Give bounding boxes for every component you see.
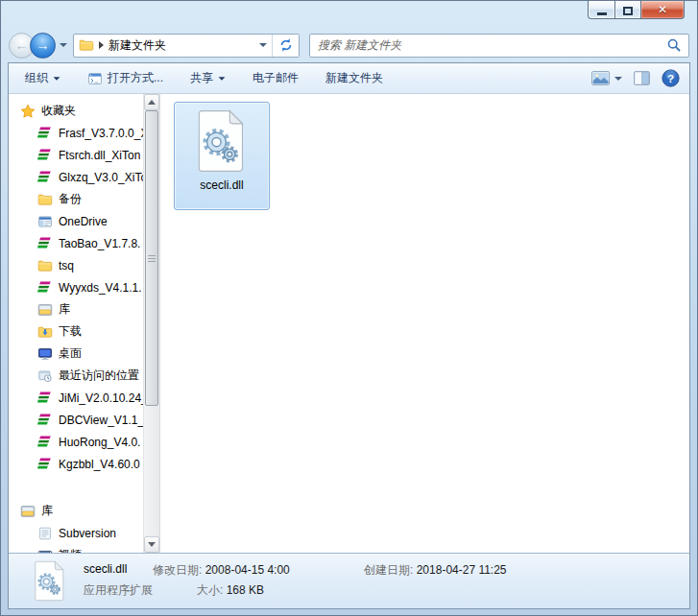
details-file-type: 应用程序扩展 [84,582,153,599]
winrar-icon [37,391,53,406]
sidebar-item-Ftsrch.dll_XiTon[interactable]: Ftsrch.dll_XiTon [9,144,143,166]
toolbar-right-group: ? [591,69,680,87]
scroll-down-button[interactable] [144,536,159,553]
chevron-down-icon [614,77,622,81]
winrar-icon [37,236,53,251]
sidebar-item-TaoBao_V1.7.8.[interactable]: TaoBao_V1.7.8. [9,232,143,254]
preview-pane-button[interactable] [634,71,650,85]
sidebar-item-Subversion[interactable]: Subversion [9,522,143,544]
new-folder-label: 新建文件夹 [325,70,383,86]
sidebar-item-备份[interactable]: 备份 [9,188,143,210]
email-button[interactable]: 电子邮件 [246,66,305,90]
minimize-button[interactable] [588,1,615,19]
sidebar-item-JiMi_V2.0.10.24_[interactable]: JiMi_V2.0.10.24_ [9,387,143,409]
sidebar-item-库[interactable]: 库 [9,298,143,320]
command-toolbar: 组织 打开方式... 共享 电子邮件 新建文件夹 [9,63,689,94]
close-icon: ✕ [658,3,667,16]
sidebar-item-label: 最近访问的位置 [59,367,139,384]
sidebar-item-HuoRong_V4.0.[interactable]: HuoRong_V4.0. [9,431,143,453]
open-with-button[interactable]: 打开方式... [81,66,170,90]
sidebar-item-label: TaoBao_V1.7.8. [59,237,140,250]
toolbar-left-group: 组织 打开方式... 共享 电子邮件 新建文件夹 [18,66,390,90]
scrollbar-track[interactable] [144,110,159,536]
svg-text:?: ? [667,72,674,84]
navigation-bar: ← → 新建文件夹 [1,28,697,62]
sidebar-scrollbar[interactable] [143,94,159,553]
sidebar-item-label: 桌面 [59,345,82,362]
breadcrumb-location[interactable]: 新建文件夹 [108,37,166,54]
search-icon [666,37,682,53]
explorer-window: ✕ ← → 新建文件夹 组织 [0,0,698,616]
winrar-icon [37,413,53,428]
sidebar-item-Glxzq_V3.0_XiTo[interactable]: Glxzq_V3.0_XiTo [9,166,143,188]
sidebar-item-Frasf_V3.7.0.0_X[interactable]: Frasf_V3.7.0.0_X [9,122,143,144]
sidebar-item-label: Frasf_V3.7.0.0_X [59,127,143,140]
maximize-icon [623,7,633,15]
sidebar-item-label: Glxzq_V3.0_XiTo [59,171,143,184]
change-view-button[interactable] [591,71,622,85]
sidebar-item-label: 库 [41,503,53,519]
search-box[interactable] [309,34,689,58]
email-label: 电子邮件 [253,70,299,86]
arrow-down-icon [148,542,156,547]
sidebar-item-DBCView_V1.1_[interactable]: DBCView_V1.1_ [9,409,143,431]
organize-label: 组织 [25,70,48,86]
file-item-selected[interactable]: scecli.dll [174,102,270,210]
minimize-icon [597,12,607,15]
organize-button[interactable]: 组织 [18,66,67,90]
open-with-icon [87,71,103,86]
share-button[interactable]: 共享 [183,66,232,90]
sidebar-item-label: OneDrive [59,215,108,228]
size-value: 168 KB [227,583,264,597]
breadcrumb-chevron-icon[interactable] [99,41,104,49]
winrar-icon [37,280,53,296]
thumb-grip-icon [148,255,156,262]
sidebar-item-tsq[interactable]: tsq [9,254,143,276]
search-input[interactable] [310,35,666,57]
refresh-button[interactable] [272,35,299,57]
sidebar-item-label: JiMi_V2.0.10.24_ [59,391,143,405]
sidebar-item-OneDrive[interactable]: OneDrive [9,210,143,232]
close-button[interactable]: ✕ [641,1,685,19]
star-icon [20,104,36,119]
sidebar-item-最近访问的位置[interactable]: 最近访问的位置 [9,365,143,387]
help-button[interactable]: ? [662,69,680,87]
library-icon [20,504,36,519]
sidebar-item-label: DBCView_V1.1_ [59,414,143,427]
sidebar-item-下载[interactable]: 下载 [9,320,143,343]
scrollbar-thumb[interactable] [145,110,158,406]
sidebar-item-视频[interactable]: 视频 [9,544,143,553]
sidebar-section-库[interactable]: 库 [9,500,143,522]
sidebar-section-收藏夹[interactable]: 收藏夹 [9,100,143,122]
sidebar-item-label: Ftsrch.dll_XiTon [59,149,140,162]
content-area: 收藏夹 Frasf_V3.7.0.0_X Ftsrch.dll_XiTon Gl… [9,94,689,553]
size-label: 大小: [197,583,223,597]
forward-button[interactable]: → [30,33,56,59]
arrow-up-icon [148,100,156,105]
winrar-icon [37,148,53,163]
sidebar-item-桌面[interactable]: 桌面 [9,343,143,365]
sidebar-item-label: Kgzbbl_V4.60.0 [59,458,140,471]
sidebar-item-label: 收藏夹 [41,103,76,119]
address-bar[interactable]: 新建文件夹 [73,34,300,58]
new-folder-button[interactable]: 新建文件夹 [319,66,390,90]
dll-file-icon [34,560,66,602]
chevron-down-icon [54,77,60,80]
created-value: 2018-04-27 11:25 [417,563,507,577]
maximize-button[interactable] [615,1,641,19]
sidebar-item-label: Wyyxds_V4.1.1. [59,281,142,295]
folder-icon [37,192,53,207]
scroll-up-button[interactable] [144,94,159,110]
sidebar: 收藏夹 Frasf_V3.7.0.0_X Ftsrch.dll_XiTon Gl… [9,94,143,553]
sidebar-item-Kgzbbl_V4.60.0[interactable]: Kgzbbl_V4.60.0 [9,453,143,475]
address-dropdown-button[interactable] [254,35,272,57]
folder-icon [37,258,53,273]
recent-pages-dropdown-icon[interactable] [60,43,67,47]
sidebar-item-Wyyxds_V4.1.1.[interactable]: Wyyxds_V4.1.1. [9,276,143,298]
winrar-icon [37,435,53,450]
chevron-down-icon [219,77,226,80]
file-list-area[interactable]: scecli.dll [160,94,689,553]
caption-buttons: ✕ [588,1,685,19]
sidebar-item-label: Subversion [59,527,116,540]
address-breadcrumb[interactable]: 新建文件夹 [74,35,254,57]
